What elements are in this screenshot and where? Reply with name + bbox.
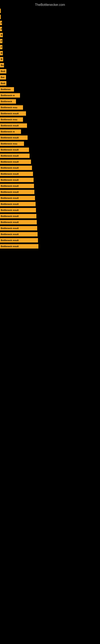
bar-label-11: Bot	[1, 76, 4, 78]
bar-6: F	[0, 45, 2, 49]
bar-21: Bottleneck result	[0, 136, 28, 140]
bar-label-9: Bo	[1, 64, 4, 66]
bar-28: Bottleneck result	[0, 178, 34, 182]
bar-label-23: Bottleneck result	[1, 148, 19, 151]
bar-row: Bo	[0, 62, 100, 68]
bar-37: Bottleneck result	[0, 232, 38, 236]
bar-row: Bottleneck re	[0, 129, 100, 134]
bar-row: F	[0, 26, 100, 32]
bar-27: Bottleneck result	[0, 172, 33, 176]
bar-25: Bottleneck result	[0, 160, 31, 164]
bar-row: Bottleneck result	[0, 147, 100, 152]
bar-label-20: Bottleneck re	[1, 130, 15, 133]
bar-row: Bott	[0, 68, 100, 74]
bar-2: F	[0, 21, 2, 25]
bar-11: Bot	[0, 75, 6, 80]
bar-row: Bott	[0, 80, 100, 86]
bar-row: Bottleneck result	[0, 189, 100, 195]
bar-12: Bott	[0, 81, 6, 86]
bar-label-6: F	[1, 46, 2, 48]
bar-label-26: Bottleneck result	[1, 167, 19, 169]
bar-23: Bottleneck result	[0, 148, 29, 152]
bar-label-14: Bottleneck re	[1, 94, 15, 96]
bar-3: F	[0, 27, 2, 31]
bar-8: B	[0, 57, 3, 62]
bar-row: Bottleneck re	[0, 92, 100, 98]
bar-35: Bottleneck result	[0, 220, 37, 224]
bar-row: Bottleneck result	[0, 207, 100, 213]
bars-container: FFBFFBBBoBottBotBottBottlenecBottleneck …	[0, 8, 100, 250]
bar-row: Bottleneck result	[0, 244, 100, 249]
bar-label-28: Bottleneck result	[1, 179, 19, 181]
bar-row: Bottleneck result	[0, 153, 100, 158]
bar-26: Bottleneck result	[0, 166, 32, 170]
bar-32: Bottleneck result	[0, 202, 36, 206]
bar-30: Bottleneck result	[0, 190, 34, 194]
bar-label-2: F	[1, 22, 2, 24]
bar-row: Bottleneck result	[0, 213, 100, 219]
bar-row: Bottleneck result	[0, 135, 100, 140]
bar-39: Bottleneck result	[0, 244, 38, 248]
bar-row: F	[0, 44, 100, 50]
bar-row	[0, 8, 100, 14]
bar-row: Bottleneck result	[0, 226, 100, 231]
bar-34: Bottleneck result	[0, 214, 36, 218]
bar-16: Bottleneck resu	[0, 105, 23, 110]
bar-5: F	[0, 39, 2, 43]
bar-row: Bot	[0, 74, 100, 80]
bar-24: Bottleneck result	[0, 154, 30, 158]
bar-row: Bottleneck result	[0, 123, 100, 128]
bar-14: Bottleneck re	[0, 93, 20, 98]
bar-label-33: Bottleneck result	[1, 209, 19, 211]
bar-row: Bottleneck result	[0, 238, 100, 243]
bar-19: Bottleneck result	[0, 123, 27, 128]
bar-label-29: Bottleneck result	[1, 185, 19, 187]
bar-row: Bottleneck resu	[0, 117, 100, 122]
bar-label-8: B	[1, 58, 2, 60]
bar-label-5: F	[1, 40, 2, 42]
bar-label-15: Bottleneck	[1, 100, 12, 103]
bar-29: Bottleneck result	[0, 184, 34, 188]
bar-row: Bottlenec	[0, 86, 100, 92]
bar-row: Bottleneck result	[0, 111, 100, 116]
bar-row: Bottleneck result	[0, 201, 100, 207]
bar-row: B	[0, 50, 100, 56]
bar-10: Bott	[0, 69, 6, 74]
bar-4: B	[0, 33, 3, 37]
bar-label-19: Bottleneck result	[1, 124, 19, 127]
bar-22: Bottleneck resu	[0, 142, 24, 146]
bar-row: Bottleneck result	[0, 177, 100, 183]
bar-label-32: Bottleneck result	[1, 203, 19, 205]
bar-label-13: Bottlenec	[1, 88, 11, 90]
bar-row	[0, 14, 100, 20]
bar-17: Bottleneck result	[0, 111, 26, 116]
bar-33: Bottleneck result	[0, 208, 36, 212]
bar-label-22: Bottleneck resu	[1, 142, 17, 145]
bar-row: Bottleneck result	[0, 195, 100, 201]
bar-label-35: Bottleneck result	[1, 221, 19, 224]
bar-label-16: Bottleneck resu	[1, 106, 17, 109]
bar-label-17: Bottleneck result	[1, 112, 19, 115]
bar-row: B	[0, 56, 100, 62]
bar-20: Bottleneck re	[0, 130, 21, 134]
bar-label-10: Bott	[1, 70, 5, 72]
bar-36: Bottleneck result	[0, 226, 37, 230]
bar-label-24: Bottleneck result	[1, 154, 19, 157]
bar-label-21: Bottleneck result	[1, 136, 19, 139]
bar-label-4: B	[1, 34, 2, 36]
bar-row: F	[0, 20, 100, 26]
bar-row: Bottleneck result	[0, 159, 100, 164]
bar-label-25: Bottleneck result	[1, 160, 19, 163]
bar-label-38: Bottleneck result	[1, 239, 19, 242]
bar-1	[0, 15, 1, 19]
bar-label-31: Bottleneck result	[1, 197, 19, 199]
bar-row: Bottleneck result	[0, 232, 100, 237]
bar-label-12: Bott	[1, 82, 5, 84]
bar-0	[0, 9, 1, 13]
bar-label-37: Bottleneck result	[1, 233, 19, 236]
bar-row: Bottleneck result	[0, 165, 100, 171]
bar-row: B	[0, 32, 100, 38]
bar-15: Bottleneck	[0, 99, 16, 104]
bar-label-27: Bottleneck result	[1, 173, 19, 175]
bar-row: Bottleneck result	[0, 183, 100, 189]
